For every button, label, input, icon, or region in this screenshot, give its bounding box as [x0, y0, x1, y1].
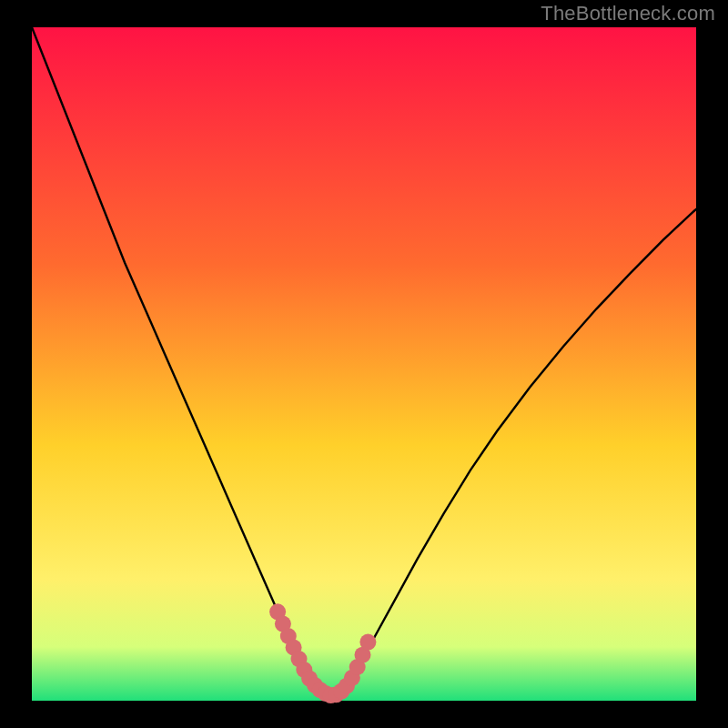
gradient-background	[32, 27, 696, 701]
watermark-label: TheBottleneck.com	[541, 2, 715, 25]
bottleneck-chart	[0, 0, 728, 728]
chart-stage: TheBottleneck.com	[0, 0, 728, 728]
highlight-marker	[359, 634, 376, 651]
